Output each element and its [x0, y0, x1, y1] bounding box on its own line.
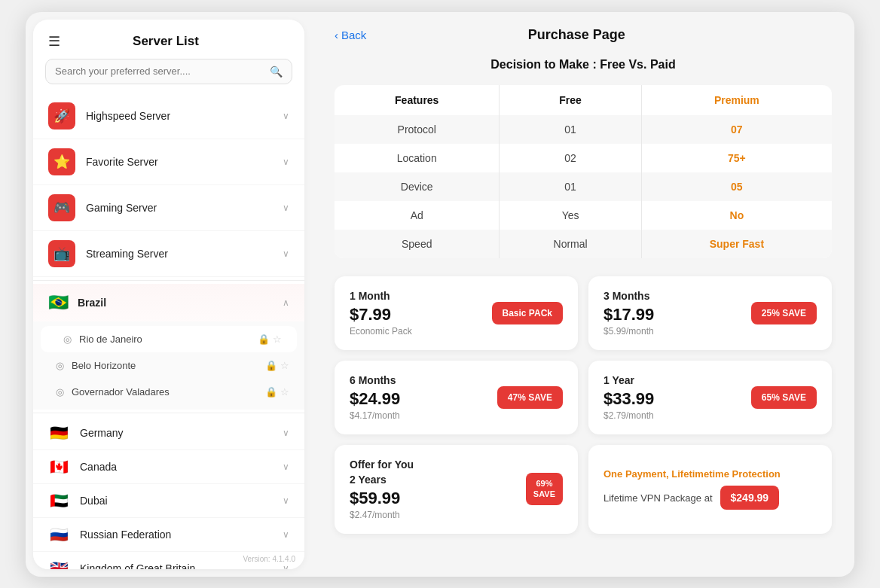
- table-row: Device 01 05: [335, 172, 832, 201]
- offer-lifetime-row: Lifetime VPN Package at $249.99: [603, 486, 817, 510]
- pricing-badge[interactable]: Basic PACk: [492, 302, 563, 324]
- table-row: Ad Yes No: [335, 201, 832, 230]
- offer-lifetime-price[interactable]: $249.99: [720, 486, 780, 510]
- feature-cell: Speed: [335, 230, 500, 258]
- favorite-icon: ⭐: [48, 148, 75, 175]
- category-list: 🚀 Highspeed Server ∨ ⭐ Favorite Server ∨…: [33, 93, 304, 277]
- offer-card-right: One Payment, Lifetimetime Protection Lif…: [588, 445, 832, 534]
- offer-label: Offer for You: [350, 459, 414, 471]
- offer-info: Offer for You 2 Years $59.99 $2.47/month: [350, 459, 414, 520]
- chevron-down-icon: ∨: [283, 157, 289, 167]
- city-name: Belo Horizonte: [72, 360, 265, 371]
- sidebar: ☰ Server List 🔍 🚀 Highspeed Server ∨ ⭐ F…: [33, 20, 304, 569]
- city-action-icons: 🔒 ☆: [265, 360, 289, 371]
- back-label: Back: [341, 29, 366, 41]
- streaming-label: Streaming Server: [86, 248, 283, 260]
- location-dot-icon: ◎: [63, 334, 72, 345]
- highspeed-label: Highspeed Server: [86, 110, 283, 122]
- offer-row: Offer for You 2 Years $59.99 $2.47/month…: [335, 445, 832, 534]
- russian-federation-flag: 🇷🇺: [48, 527, 69, 542]
- pricing-sub: $4.17/month: [350, 410, 400, 421]
- section-title: Decision to Make : Free Vs. Paid: [335, 58, 832, 72]
- version-text: Version: 4.1.4.0: [243, 555, 296, 563]
- pricing-info: 1 Month $7.99 Economic Pack: [350, 290, 412, 337]
- russian-federation-name: Russian Federation: [80, 529, 283, 541]
- country-russian-federation[interactable]: 🇷🇺 Russian Federation ∨: [33, 518, 304, 552]
- pricing-price: $33.99: [603, 389, 654, 409]
- col-free: Free: [500, 85, 641, 115]
- kingdom-of-great-britain-name: Kingdom of Great Britain: [80, 562, 283, 569]
- pricing-card-1-month: 1 Month $7.99 Economic Pack Basic PACk: [335, 276, 578, 350]
- brazil-flag: 🇧🇷: [48, 293, 69, 312]
- feature-cell: Ad: [335, 201, 500, 230]
- main-header: ‹ Back Purchase Page: [335, 27, 832, 43]
- pricing-info: 3 Months $17.99 $5.99/month: [603, 290, 654, 337]
- free-cell: Yes: [500, 201, 641, 230]
- search-input[interactable]: [55, 66, 270, 77]
- col-features: Features: [335, 85, 500, 115]
- country-list: 🇩🇪 Germany ∨ 🇨🇦 Canada ∨ 🇦🇪 Dubai ∨ 🇷🇺 R…: [33, 416, 304, 569]
- offer-badge-line2: SAVE: [533, 489, 555, 499]
- category-gaming[interactable]: 🎮 Gaming Server ∨: [33, 185, 304, 231]
- city-rio-de-janeiro[interactable]: ◎ Rio de Janeiro 🔒 ☆: [41, 326, 297, 352]
- chevron-down-icon: ∨: [283, 529, 289, 540]
- pricing-badge[interactable]: 47% SAVE: [497, 386, 563, 409]
- country-germany[interactable]: 🇩🇪 Germany ∨: [33, 416, 304, 450]
- location-dot-icon: ◎: [56, 386, 64, 398]
- chevron-down-icon: ∨: [283, 203, 289, 213]
- page-title: Purchase Page: [366, 27, 787, 43]
- free-cell: Normal: [500, 230, 641, 258]
- chevron-down-icon: ∨: [283, 248, 289, 259]
- pricing-badge[interactable]: 65% SAVE: [751, 386, 817, 409]
- country-dubai[interactable]: 🇦🇪 Dubai ∨: [33, 484, 304, 518]
- pricing-grid: 1 Month $7.99 Economic Pack Basic PACk 3…: [335, 276, 832, 434]
- city-governador-valadares[interactable]: ◎ Governador Valadares 🔒 ☆: [33, 379, 304, 405]
- germany-name: Germany: [80, 427, 283, 439]
- chevron-down-icon: ∨: [283, 563, 289, 569]
- pricing-duration: 6 Months: [350, 374, 400, 386]
- back-button[interactable]: ‹ Back: [335, 29, 366, 41]
- city-belo-horizonte[interactable]: ◎ Belo Horizonte 🔒 ☆: [33, 352, 304, 379]
- offer-badge-line1: 69%: [536, 479, 552, 489]
- category-highspeed[interactable]: 🚀 Highspeed Server ∨: [33, 93, 304, 139]
- country-canada[interactable]: 🇨🇦 Canada ∨: [33, 450, 304, 484]
- pricing-price: $7.99: [350, 305, 412, 324]
- chevron-up-icon: ∧: [283, 297, 289, 308]
- premium-cell: No: [641, 201, 832, 230]
- category-favorite[interactable]: ⭐ Favorite Server ∨: [33, 139, 304, 185]
- feature-cell: Protocol: [335, 115, 500, 144]
- sidebar-title: Server List: [133, 34, 199, 49]
- offer-right-title: One Payment, Lifetimetime Protection: [603, 468, 817, 480]
- gaming-icon: 🎮: [48, 194, 75, 221]
- favorite-label: Favorite Server: [86, 156, 283, 168]
- pricing-duration: 1 Year: [603, 374, 654, 386]
- pricing-card-6-months: 6 Months $24.99 $4.17/month 47% SAVE: [335, 361, 578, 434]
- dubai-name: Dubai: [80, 495, 283, 507]
- premium-cell: 07: [641, 115, 832, 144]
- main-content: ‹ Back Purchase Page Decision to Make : …: [312, 12, 854, 577]
- pricing-sub: $5.99/month: [603, 326, 654, 337]
- city-name: Governador Valadares: [72, 386, 265, 398]
- hamburger-icon[interactable]: ☰: [48, 33, 60, 50]
- pricing-info: 1 Year $33.99 $2.79/month: [603, 374, 654, 421]
- pricing-price: $17.99: [603, 305, 654, 324]
- free-cell: 01: [500, 115, 641, 144]
- premium-cell: Super Fast: [641, 230, 832, 258]
- feature-cell: Device: [335, 172, 500, 201]
- offer-price: $59.99: [350, 489, 414, 508]
- offer-sub: $2.47/month: [350, 510, 414, 520]
- country-brazil-header[interactable]: 🇧🇷 Brazil ∧: [33, 284, 304, 321]
- pricing-badge[interactable]: 25% SAVE: [751, 302, 817, 324]
- germany-flag: 🇩🇪: [48, 425, 69, 440]
- chevron-down-icon: ∨: [283, 495, 289, 506]
- chevron-left-icon: ‹: [335, 29, 338, 41]
- canada-name: Canada: [80, 461, 283, 473]
- city-name: Rio de Janeiro: [79, 334, 258, 345]
- chevron-down-icon: ∨: [283, 428, 289, 438]
- table-body: Protocol 01 07 Location 02 75+ Device 01…: [335, 115, 832, 258]
- category-streaming[interactable]: 📺 Streaming Server ∨: [33, 231, 304, 277]
- search-bar[interactable]: 🔍: [45, 59, 292, 84]
- offer-save-badge[interactable]: 69% SAVE: [526, 473, 563, 504]
- brazil-name: Brazil: [78, 297, 283, 309]
- free-cell: 02: [500, 144, 641, 172]
